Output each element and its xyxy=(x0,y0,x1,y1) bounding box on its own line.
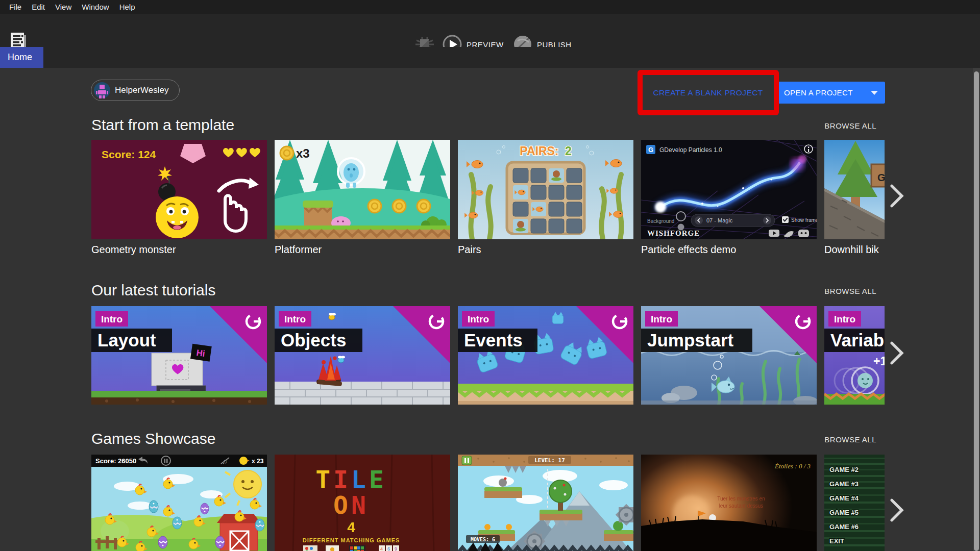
section-title-showcase: Games Showcase xyxy=(91,430,215,447)
title-line-2: ON xyxy=(333,491,369,519)
card-title: Particle effects demo xyxy=(641,244,736,256)
thumbnail-geometry-monster: Score: 124 xyxy=(91,140,267,239)
thumbnail-easter-game: Score: 26050 ♫ x 23 xyxy=(91,455,267,551)
section-title-templates: Start from a template xyxy=(91,116,234,134)
tutorial-title: Jumpstart xyxy=(647,330,734,350)
thumbnail-tutorial-variables: +1 Intro Variab xyxy=(824,306,885,405)
svg-text:GAME #5: GAME #5 xyxy=(829,509,859,516)
thumbnail-tileon: TILE ON 4 DIFFERENT MATCHING GAMES 4 6 9 xyxy=(275,455,450,551)
showcase-card-night[interactable]: Étoiles : 0 / 3 Tuer les monstres en leu… xyxy=(641,455,817,551)
title-line-1: TILE xyxy=(315,465,387,494)
hi-label: Hi xyxy=(195,348,205,359)
thumbnail-platformer: x3 xyxy=(275,140,450,239)
username-label: HelperWesley xyxy=(115,85,169,95)
card-title: Pairs xyxy=(458,244,481,256)
thumbnail-tutorial-objects: Intro Objects xyxy=(275,306,450,405)
svg-text:4: 4 xyxy=(380,546,383,551)
tab-bar: Home xyxy=(0,47,980,68)
tutorial-title: Layout xyxy=(97,330,156,350)
thumbnail-downhill: G xyxy=(824,140,885,239)
card-title: Platformer xyxy=(275,244,322,256)
thumbnail-tutorial-events: Intro Events xyxy=(458,306,633,405)
showcase-card-easter[interactable]: Score: 26050 ♫ x 23 xyxy=(91,455,267,551)
stars-counter: Étoiles : 0 / 3 xyxy=(774,462,811,470)
card-title: Geometry monster xyxy=(91,244,176,256)
background-label: Background xyxy=(647,218,674,224)
browse-all-showcase[interactable]: BROWSE ALL xyxy=(823,435,876,444)
hud-bar: Score: 26050 ♫ x 23 xyxy=(91,455,267,467)
discord-icon xyxy=(798,230,809,237)
tab-home[interactable]: Home xyxy=(0,47,43,68)
tutorial-card-jumpstart[interactable]: Intro Jumpstart xyxy=(641,306,817,405)
tutorial-title: Variab xyxy=(830,330,884,350)
browse-all-tutorials[interactable]: BROWSE ALL xyxy=(823,287,876,295)
showcase-card-level17[interactable]: LEVEL: 17 MOVES: 6 xyxy=(458,455,633,551)
template-card-geometry-monster[interactable]: Score: 124 xyxy=(91,140,267,239)
open-project-button[interactable]: OPEN A PROJECT xyxy=(776,82,885,104)
tutorial-title: Objects xyxy=(281,330,346,350)
showcase-card-tileon[interactable]: TILE ON 4 DIFFERENT MATCHING GAMES 4 6 9 xyxy=(275,455,450,551)
scrollbar-thumb[interactable] xyxy=(974,71,979,551)
template-card-particle-effects[interactable]: G GDevelop Particles 1.0 Background 07 -… xyxy=(641,140,817,239)
score-text: Score: 124 xyxy=(102,148,156,160)
svg-text:GAME #6: GAME #6 xyxy=(829,523,859,531)
svg-text:G: G xyxy=(648,146,653,154)
score-text: Score: 26050 xyxy=(95,457,136,465)
templates-row: Score: 124 xyxy=(91,140,885,259)
showcase-card-menu[interactable]: GAME #2 GAME #3 GAME #4 GAME #5 GAME #6 … xyxy=(824,455,885,551)
carousel-next-showcase[interactable] xyxy=(888,498,905,522)
sign-letter: G xyxy=(877,172,885,183)
svg-text:GAME #3: GAME #3 xyxy=(829,480,859,488)
svg-text:GAME #4: GAME #4 xyxy=(829,494,859,502)
open-project-label: OPEN A PROJECT xyxy=(784,88,871,97)
card-title: Downhill bik xyxy=(824,244,879,256)
chick-count: x 23 xyxy=(252,458,264,465)
template-card-platformer[interactable]: x3 Platformer xyxy=(275,140,450,239)
subtitle: DIFFERENT MATCHING GAMES xyxy=(303,537,400,543)
carousel-next-tutorials[interactable] xyxy=(888,341,905,365)
profile-chip[interactable]: HelperWesley xyxy=(91,80,180,101)
svg-text:GAME #2: GAME #2 xyxy=(829,466,859,473)
show-frame-checkbox xyxy=(782,216,789,223)
create-blank-project-button[interactable]: CREATE A BLANK PROJECT xyxy=(640,82,776,104)
menu-bar: File Edit View Window Help xyxy=(0,0,980,14)
chevron-down-icon[interactable] xyxy=(871,91,878,95)
svg-text:Intro: Intro xyxy=(284,314,306,324)
pairs-label: PAIRS: xyxy=(520,144,558,158)
big-number: 4 xyxy=(347,519,355,535)
tutorial-card-variables[interactable]: +1 Intro Variab xyxy=(824,306,885,405)
thumbnail-tutorial-jumpstart: Intro Jumpstart xyxy=(641,306,817,405)
level-label: LEVEL: 17 xyxy=(534,457,565,464)
dark-shapes xyxy=(468,542,503,551)
svg-text:EXIT: EXIT xyxy=(829,537,844,545)
tutorial-card-events[interactable]: Intro Events xyxy=(458,306,633,405)
coin-counter: x3 xyxy=(296,146,310,160)
svg-text:Intro: Intro xyxy=(651,314,672,324)
tutorial-card-layout[interactable]: Hi Intro Layout xyxy=(91,306,267,405)
thumbnail-pairs: PAIRS: 2 xyxy=(458,140,633,239)
menu-view[interactable]: View xyxy=(50,0,77,14)
thumbnail-night-game: Étoiles : 0 / 3 Tuer les monstres en leu… xyxy=(641,455,817,551)
show-frame-label: Show frame xyxy=(791,217,817,223)
background-toggle-1 xyxy=(676,212,685,221)
thumbnail-level17: LEVEL: 17 MOVES: 6 xyxy=(458,455,633,551)
plus-one-label: +1 xyxy=(873,355,885,368)
menu-edit[interactable]: Edit xyxy=(27,0,50,14)
avatar xyxy=(94,82,110,98)
svg-text:6: 6 xyxy=(387,546,390,551)
tutorial-card-objects[interactable]: Intro Objects xyxy=(275,306,450,405)
gdevelop-window: File Edit View Window Help PR xyxy=(0,0,980,551)
hint-line-1: Tuer les monstres en xyxy=(717,496,765,502)
menu-window[interactable]: Window xyxy=(77,0,114,14)
monster-character xyxy=(156,196,199,238)
menu-help[interactable]: Help xyxy=(114,0,140,14)
thumbnail-tutorial-layout: Hi Intro Layout xyxy=(91,306,267,405)
template-card-downhill[interactable]: G Downhill bik xyxy=(824,140,885,239)
platform-block xyxy=(303,201,333,226)
carousel-next-templates[interactable] xyxy=(888,184,905,208)
browse-all-templates[interactable]: BROWSE ALL xyxy=(823,121,876,130)
thumbnail-particle-effects: G GDevelop Particles 1.0 Background 07 -… xyxy=(641,140,817,239)
template-card-pairs[interactable]: PAIRS: 2 xyxy=(458,140,633,239)
menu-file[interactable]: File xyxy=(4,0,27,14)
svg-text:Intro: Intro xyxy=(834,314,855,324)
